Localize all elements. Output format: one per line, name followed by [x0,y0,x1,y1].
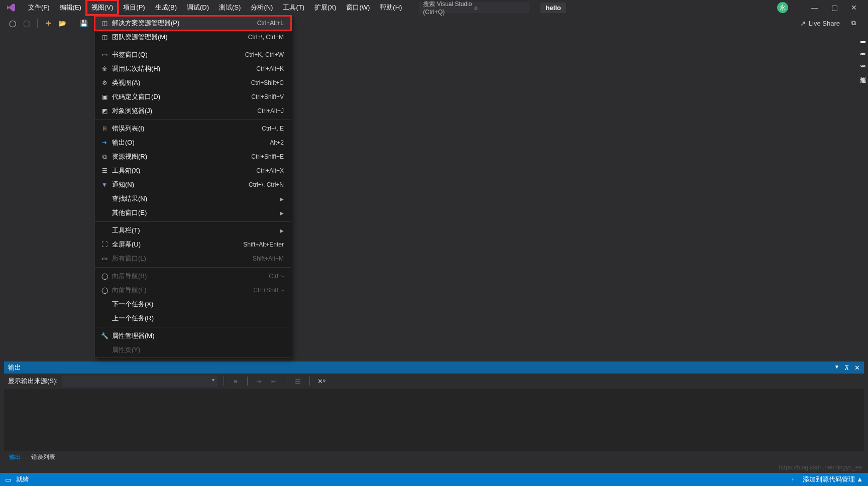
close-button[interactable]: ✕ [851,4,857,12]
sidebar-tab[interactable]: 通知 [858,55,868,65]
menu-item-11[interactable]: 帮助(H) [375,0,407,15]
output-tab[interactable]: 输出 [4,451,26,463]
view-menu-dropdown: ◫解决方案资源管理器(P)Ctrl+Alt+L◫团队资源管理器(M)Ctrl+\… [94,15,291,358]
menu-item-8[interactable]: 工具(T) [278,0,309,15]
menu-item-4[interactable]: 生成(B) [150,0,182,15]
menu-entry[interactable]: ⛶全屏幕(U)Shift+Alt+Enter [95,237,291,252]
menu-entry-shortcut: Ctrl+Shift+E [251,153,284,160]
login-label[interactable]: hello [540,3,566,13]
menu-item-2[interactable]: 视图(V) [86,0,118,15]
menu-entry[interactable]: ▭书签窗口(Q)Ctrl+K, Ctrl+W [95,48,291,62]
menu-entry[interactable]: ⚙类视图(A)Ctrl+Shift+C [95,76,291,90]
menu-entry-label: 其他窗口(E) [112,208,276,217]
sidebar-tab[interactable]: 服务器资源管理器 [858,31,868,41]
output-icon: ➜ [100,139,109,147]
indent1-icon[interactable]: ⇥ [254,376,265,387]
menu-entry-label: 全屏幕(U) [112,240,243,249]
share-icon: ↗ [800,20,806,27]
sidebar-tab[interactable]: 属性 [858,67,868,77]
menu-entry-shortcut: Ctrl+Alt+X [256,167,284,174]
window-controls: 永 — ▢ ✕ [777,2,865,13]
publish-up-icon[interactable]: ↑ [791,476,795,483]
live-share-user-icon[interactable]: ⧉ [848,18,859,29]
submenu-arrow-icon: ▶ [280,210,284,216]
menu-item-6[interactable]: 测试(S) [214,0,246,15]
menu-entry-label: 书签窗口(Q) [112,50,245,59]
navfwd-icon: ◯ [100,286,109,294]
menu-entry[interactable]: ※调用层次结构(H)Ctrl+Alt+K [95,62,291,76]
menu-entry[interactable]: ◫团队资源管理器(M)Ctrl+\, Ctrl+M [95,30,291,44]
user-avatar[interactable]: 永 [777,2,788,13]
watermark-text: https://blog.csdn.net/dingyc_ee [779,464,862,471]
output-tab[interactable]: 错误列表 [26,451,60,463]
menu-entry[interactable]: 其他窗口(E)▶ [95,206,291,220]
menu-entry-label: 查找结果(N) [112,194,276,203]
menu-item-3[interactable]: 项目(P) [118,0,150,15]
minimize-button[interactable]: — [811,4,818,12]
menu-entry-label: 所有窗口(L) [112,254,253,263]
menu-entry-shortcut: Ctrl+- [269,273,284,280]
menu-entry: ▭所有窗口(L)Shift+Alt+M [95,252,291,266]
toolbox-icon: ☰ [100,167,109,175]
menu-entry[interactable]: ☰工具箱(X)Ctrl+Alt+X [95,164,291,178]
objbrowse-icon: ◩ [100,107,109,115]
new-file-icon[interactable]: ✚ [43,18,54,29]
blank-icon [100,300,109,308]
bookmark-icon: ▭ [100,51,109,59]
output-title[interactable]: 输出 ▼ ⊼ ✕ [4,361,864,374]
menu-entry-shortcut: Ctrl+\, E [262,125,284,132]
menu-entry[interactable]: 查找结果(N)▶ [95,192,291,206]
menu-entry-label: 向后导航(B) [112,272,269,281]
menu-item-1[interactable]: 编辑(E) [55,0,86,15]
status-bar: ▭ 就绪 ↑ 添加到源代码管理 ▲ [0,473,868,486]
nav-back-icon[interactable]: ◯ [7,18,18,29]
menu-entry-label: 上一个任务(R) [112,314,284,323]
menu-item-0[interactable]: 文件(F) [23,0,55,15]
nav-fwd-icon[interactable]: ◯ [21,18,32,29]
sidebar-tab[interactable]: 工具箱 [858,43,868,53]
blank-icon [100,209,109,217]
save-icon[interactable]: 💾 [78,18,89,29]
menu-entry-shortcut: Ctrl+K, Ctrl+W [245,51,284,58]
menu-entry[interactable]: 工具栏(T)▶ [95,223,291,237]
live-share-button[interactable]: ↗ Live Share [800,20,840,27]
close-panel-icon[interactable]: ✕ [854,364,860,372]
clear-icon[interactable]: ≡ [230,376,241,387]
output-source-combo[interactable] [62,376,218,387]
menu-entry[interactable]: 下一个任务(X) [95,297,291,311]
menu-entry[interactable]: ▼通知(N)Ctrl+\, Ctrl+N [95,178,291,192]
open-icon[interactable]: 📂 [57,18,68,29]
maximize-button[interactable]: ▢ [831,4,838,12]
pin-icon[interactable]: ⊼ [844,364,849,372]
blank-icon [100,346,109,354]
menu-item-5[interactable]: 调试(D) [182,0,214,15]
vs-logo-icon [6,3,16,13]
menu-entry-shortcut: Ctrl+Alt+K [256,65,284,72]
menu-entry[interactable]: ⧉资源视图(R)Ctrl+Shift+E [95,150,291,164]
dropdown-icon[interactable]: ▼ [834,364,839,372]
menu-item-9[interactable]: 扩展(X) [309,0,341,15]
menu-entry[interactable]: ◩对象浏览器(J)Ctrl+Alt+J [95,104,291,118]
sidebar-tabs: 服务器资源管理器工具箱通知属性 [858,31,868,79]
menu-entry[interactable]: 上一个任务(R) [95,311,291,325]
menu-entry[interactable]: ➜输出(O)Alt+2 [95,136,291,150]
source-control-button[interactable]: 添加到源代码管理 ▲ [803,475,863,484]
menu-entry-label: 类视图(A) [112,78,251,87]
menu-entry-label: 属性管理器(M) [112,331,284,340]
menu-entry[interactable]: ◫解决方案资源管理器(P)Ctrl+Alt+L [95,16,291,30]
search-box[interactable]: 搜索 Visual Studio (Ctrl+Q) ⌕ [419,2,529,13]
menu-entry[interactable]: ▣代码定义窗口(D)Ctrl+Shift+V [95,90,291,104]
menu-entry-shortcut: Ctrl+Shift+C [251,79,284,86]
indent2-icon[interactable]: ⇤ [269,376,280,387]
menu-entry: ◯向后导航(B)Ctrl+- [95,269,291,283]
menu-entry-shortcut: Ctrl+Alt+J [257,107,284,114]
menu-entry[interactable]: 🔧属性管理器(M) [95,329,291,343]
menu-entry[interactable]: ⎘错误列表(I)Ctrl+\, E [95,122,291,136]
submenu-arrow-icon: ▶ [280,196,284,202]
menu-item-7[interactable]: 分析(N) [246,0,278,15]
navback-icon: ◯ [100,272,109,280]
wrap-icon[interactable]: ☰ [292,376,303,387]
search-placeholder: 搜索 Visual Studio (Ctrl+Q) [423,0,474,16]
menu-item-10[interactable]: 窗口(W) [341,0,375,15]
goto-icon[interactable]: ✕ᵒ [316,376,327,387]
